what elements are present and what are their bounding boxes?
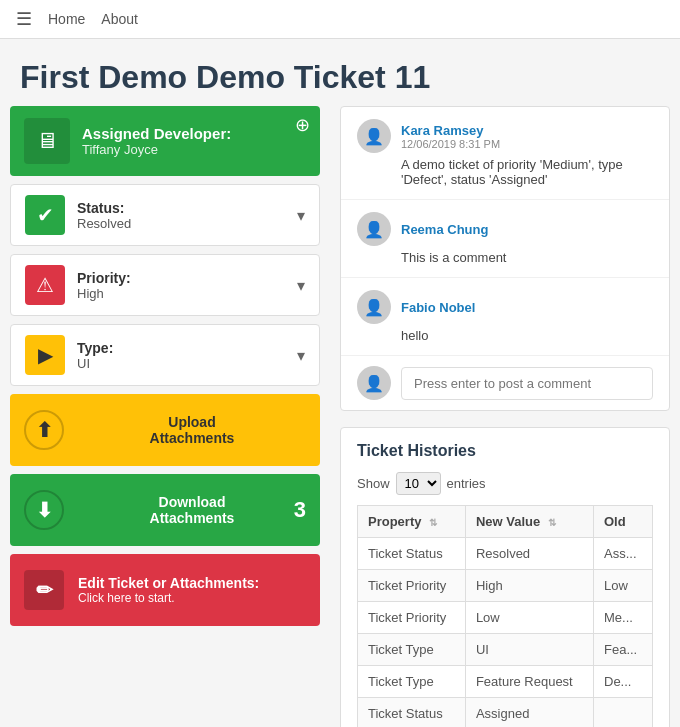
cell-old-value: Fea... <box>594 634 653 666</box>
comment-3-author: Fabio Nobel <box>401 300 475 315</box>
histories-table: Property ⇅ New Value ⇅ Old Ticket Status… <box>357 505 653 727</box>
comment-input[interactable] <box>401 367 653 400</box>
priority-text: Priority: High <box>77 270 285 301</box>
nav-about[interactable]: About <box>101 11 138 27</box>
download-icon: ⬇ <box>24 490 64 530</box>
developer-icon: 🖥 <box>24 118 70 164</box>
status-card: ✔ Status: Resolved ▾ <box>10 184 320 246</box>
cell-property: Ticket Priority <box>358 570 466 602</box>
right-panel: 👤 Kara Ramsey 12/06/2019 8:31 PM A demo … <box>320 106 670 727</box>
cell-old-value <box>594 698 653 728</box>
download-label: Download Attachments <box>78 494 306 526</box>
status-card-header[interactable]: ✔ Status: Resolved ▾ <box>11 185 319 245</box>
avatar-2: 👤 <box>357 212 391 246</box>
status-label: Status: <box>77 200 285 216</box>
table-row: Ticket StatusResolvedAss... <box>358 538 653 570</box>
cell-new-value: Assigned <box>465 698 593 728</box>
comment-1: 👤 Kara Ramsey 12/06/2019 8:31 PM A demo … <box>341 107 669 200</box>
download-badge: 3 <box>294 497 306 523</box>
avatar-input: 👤 <box>357 366 391 400</box>
cell-property: Ticket Status <box>358 538 466 570</box>
type-icon: ▶ <box>25 335 65 375</box>
upload-label: Upload Attachments <box>78 414 306 446</box>
comment-1-author: Kara Ramsey <box>401 123 500 138</box>
table-header: Property ⇅ New Value ⇅ Old <box>358 506 653 538</box>
cell-new-value: High <box>465 570 593 602</box>
cell-old-value: Ass... <box>594 538 653 570</box>
type-chevron-icon: ▾ <box>297 346 305 365</box>
priority-chevron-icon: ▾ <box>297 276 305 295</box>
status-value: Resolved <box>77 216 285 231</box>
cell-new-value: Low <box>465 602 593 634</box>
main-layout: 🖥 Assigned Developer: Tiffany Joyce ⊕ ✔ … <box>0 106 680 727</box>
cell-property: Ticket Status <box>358 698 466 728</box>
edit-main-label: Edit Ticket or Attachments: <box>78 575 306 591</box>
status-text: Status: Resolved <box>77 200 285 231</box>
avatar-1: 👤 <box>357 119 391 153</box>
cell-new-value: UI <box>465 634 593 666</box>
priority-card-header[interactable]: ⚠ Priority: High ▾ <box>11 255 319 315</box>
cell-property: Ticket Type <box>358 666 466 698</box>
developer-content: Assigned Developer: Tiffany Joyce <box>82 125 231 157</box>
table-row: Ticket PriorityHighLow <box>358 570 653 602</box>
comment-1-time: 12/06/2019 8:31 PM <box>401 138 500 150</box>
col-property[interactable]: Property ⇅ <box>358 506 466 538</box>
entries-label: entries <box>447 476 486 491</box>
comment-1-body: A demo ticket of priority 'Medium', type… <box>357 157 653 187</box>
upload-attachments-button[interactable]: ⬆ Upload Attachments <box>10 394 320 466</box>
upload-icon: ⬆ <box>24 410 64 450</box>
histories-section: Ticket Histories Show 10 25 50 entries P… <box>340 427 670 727</box>
show-entries-row: Show 10 25 50 entries <box>357 472 653 495</box>
status-chevron-icon: ▾ <box>297 206 305 225</box>
cell-old-value: De... <box>594 666 653 698</box>
navbar: ☰ Home About <box>0 0 680 39</box>
comment-3-header: 👤 Fabio Nobel <box>357 290 653 324</box>
edit-label: Edit Ticket or Attachments: Click here t… <box>78 575 306 605</box>
comment-2-header: 👤 Reema Chung <box>357 212 653 246</box>
priority-card: ⚠ Priority: High ▾ <box>10 254 320 316</box>
comment-2: 👤 Reema Chung This is a comment <box>341 200 669 278</box>
comment-input-row: 👤 <box>341 356 669 410</box>
table-body: Ticket StatusResolvedAss...Ticket Priori… <box>358 538 653 728</box>
cell-property: Ticket Type <box>358 634 466 666</box>
add-developer-icon[interactable]: ⊕ <box>295 114 310 136</box>
priority-label: Priority: <box>77 270 285 286</box>
type-card: ▶ Type: UI ▾ <box>10 324 320 386</box>
comments-section: 👤 Kara Ramsey 12/06/2019 8:31 PM A demo … <box>340 106 670 411</box>
type-value: UI <box>77 356 285 371</box>
developer-value: Tiffany Joyce <box>82 142 231 157</box>
page-title: First Demo Demo Ticket 11 <box>0 39 680 106</box>
comment-1-header: 👤 Kara Ramsey 12/06/2019 8:31 PM <box>357 119 653 153</box>
hamburger-icon[interactable]: ☰ <box>16 8 32 30</box>
left-panel: 🖥 Assigned Developer: Tiffany Joyce ⊕ ✔ … <box>10 106 320 727</box>
comment-1-meta: Kara Ramsey 12/06/2019 8:31 PM <box>401 123 500 150</box>
comment-2-body: This is a comment <box>357 250 653 265</box>
sort-property-icon: ⇅ <box>429 517 437 528</box>
nav-home[interactable]: Home <box>48 11 85 27</box>
edit-sub-label: Click here to start. <box>78 591 306 605</box>
edit-ticket-button[interactable]: ✏ Edit Ticket or Attachments: Click here… <box>10 554 320 626</box>
edit-icon: ✏ <box>24 570 64 610</box>
table-row: Ticket TypeUIFea... <box>358 634 653 666</box>
table-row: Ticket TypeFeature RequestDe... <box>358 666 653 698</box>
priority-icon: ⚠ <box>25 265 65 305</box>
type-text: Type: UI <box>77 340 285 371</box>
developer-label: Assigned Developer: <box>82 125 231 142</box>
download-attachments-button[interactable]: ⬇ Download Attachments 3 <box>10 474 320 546</box>
comment-3: 👤 Fabio Nobel hello <box>341 278 669 356</box>
col-new-value[interactable]: New Value ⇅ <box>465 506 593 538</box>
avatar-3: 👤 <box>357 290 391 324</box>
cell-old-value: Me... <box>594 602 653 634</box>
entries-select[interactable]: 10 25 50 <box>396 472 441 495</box>
cell-old-value: Low <box>594 570 653 602</box>
cell-new-value: Resolved <box>465 538 593 570</box>
comment-3-body: hello <box>357 328 653 343</box>
sort-new-value-icon: ⇅ <box>548 517 556 528</box>
col-old-value[interactable]: Old <box>594 506 653 538</box>
type-card-header[interactable]: ▶ Type: UI ▾ <box>11 325 319 385</box>
type-label: Type: <box>77 340 285 356</box>
cell-property: Ticket Priority <box>358 602 466 634</box>
status-icon: ✔ <box>25 195 65 235</box>
cell-new-value: Feature Request <box>465 666 593 698</box>
assigned-developer-card: 🖥 Assigned Developer: Tiffany Joyce ⊕ <box>10 106 320 176</box>
